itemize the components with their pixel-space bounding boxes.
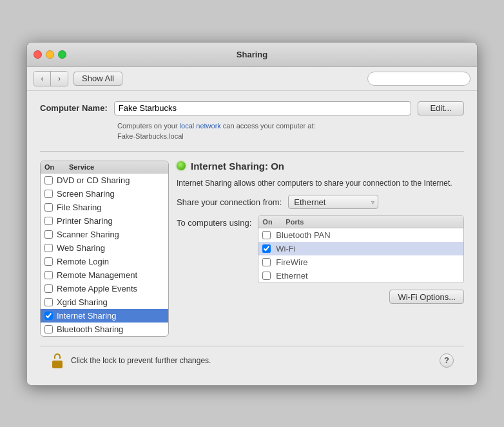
service-label: File Sharing <box>57 203 101 212</box>
remote-login-checkbox[interactable] <box>44 257 53 266</box>
ports-table: On Ports Bluetooth PAN Wi-Fi <box>258 215 464 283</box>
to-computers-row: To computers using: On Ports Bluetooth P… <box>177 215 464 283</box>
share-from-label: Share your connection from: <box>177 197 282 207</box>
list-item[interactable]: Web Sharing <box>41 241 168 255</box>
port-label: Wi-Fi <box>276 244 295 253</box>
toolbar: ‹ › Show All <box>27 67 477 91</box>
service-label: Printer Sharing <box>57 216 113 226</box>
service-label: Web Sharing <box>57 243 105 253</box>
remote-apple-checkbox[interactable] <box>44 284 53 293</box>
list-item[interactable]: Screen Sharing <box>41 187 168 201</box>
service-label: Internet Sharing <box>57 311 117 321</box>
minimize-button[interactable] <box>46 50 54 59</box>
detail-panel: Internet Sharing: On Internet Sharing al… <box>177 161 464 337</box>
list-item[interactable]: File Sharing <box>41 201 168 214</box>
search-input[interactable] <box>367 72 470 86</box>
window-title: Sharing <box>237 50 267 59</box>
back-button[interactable]: ‹ <box>34 72 51 86</box>
list-item[interactable]: Remote Apple Events <box>41 282 168 295</box>
web-sharing-checkbox[interactable] <box>44 244 53 252</box>
bottom-bar: Click the lock to prevent further change… <box>40 346 464 375</box>
printer-sharing-checkbox[interactable] <box>44 217 53 225</box>
firewire-checkbox[interactable] <box>262 258 271 266</box>
status-dot-on <box>177 161 186 170</box>
list-item[interactable]: FireWire <box>258 255 463 269</box>
remote-mgmt-checkbox[interactable] <box>44 271 53 279</box>
dvd-sharing-checkbox[interactable] <box>44 176 53 184</box>
list-item[interactable]: Remote Management <box>41 268 168 282</box>
share-from-dropdown-wrapper: Ethernet ▿ <box>288 195 378 209</box>
list-item[interactable]: DVD or CD Sharing <box>41 174 168 187</box>
service-label: DVD or CD Sharing <box>57 175 130 185</box>
maximize-button[interactable] <box>58 50 66 59</box>
wifi-checkbox[interactable] <box>262 244 271 253</box>
help-button[interactable]: ? <box>440 353 454 368</box>
list-item[interactable]: Printer Sharing <box>41 214 168 228</box>
services-col-on: On <box>44 163 63 171</box>
screen-sharing-checkbox[interactable] <box>44 190 53 198</box>
bluetooth-sharing-checkbox[interactable] <box>44 325 53 333</box>
forward-button[interactable]: › <box>51 72 68 86</box>
file-sharing-checkbox[interactable] <box>44 203 53 212</box>
search-wrapper <box>367 72 470 86</box>
share-from-dropdown[interactable]: Ethernet <box>288 195 378 209</box>
computer-name-input[interactable] <box>114 101 411 115</box>
share-from-row: Share your connection from: Ethernet ▿ <box>177 195 464 209</box>
show-all-button[interactable]: Show All <box>73 72 122 86</box>
list-item[interactable]: Ethernet <box>258 269 463 283</box>
list-item[interactable]: Xgrid Sharing <box>41 295 168 309</box>
detail-header: Internet Sharing: On <box>177 161 464 172</box>
computer-name-label: Computer Name: <box>40 103 108 113</box>
lock-text: Click the lock to prevent further change… <box>71 356 211 365</box>
local-network-link[interactable]: local network <box>180 122 221 130</box>
bluetooth-pan-checkbox[interactable] <box>262 231 271 239</box>
lock-icon[interactable] <box>50 353 64 368</box>
service-label: Remote Apple Events <box>57 284 137 293</box>
list-item[interactable]: Bluetooth Sharing <box>41 323 168 336</box>
ports-col-on: On <box>262 218 280 226</box>
service-label: Remote Login <box>57 257 109 266</box>
ethernet-port-checkbox[interactable] <box>262 272 271 280</box>
wifi-options-row: Wi-Fi Options... <box>177 290 464 304</box>
list-item[interactable]: Wi-Fi <box>258 242 463 255</box>
list-item[interactable]: Bluetooth PAN <box>258 228 463 242</box>
detail-desc2: Internet. <box>424 179 452 188</box>
detail-desc1: Internet Sharing allows other computers … <box>177 179 422 188</box>
xgrid-sharing-checkbox[interactable] <box>44 298 53 306</box>
list-item[interactable]: Remote Login <box>41 255 168 268</box>
internet-sharing-checkbox[interactable] <box>44 312 53 320</box>
ports-header: On Ports <box>258 216 463 228</box>
lock-body <box>52 361 63 368</box>
ports-col-ports: Ports <box>286 218 460 226</box>
wifi-options-button[interactable]: Wi-Fi Options... <box>389 290 464 304</box>
service-label: Screen Sharing <box>57 189 115 199</box>
service-label: Remote Management <box>57 270 137 280</box>
list-item[interactable]: Scanner Sharing <box>41 228 168 241</box>
edit-button[interactable]: Edit... <box>418 101 464 115</box>
services-col-service: Service <box>69 163 164 171</box>
traffic-lights <box>34 50 66 59</box>
close-button[interactable] <box>34 50 42 59</box>
detail-status-label: Internet Sharing: On <box>191 161 284 172</box>
computer-name-row: Computer Name: Edit... <box>40 101 464 115</box>
service-label: Bluetooth Sharing <box>57 324 123 334</box>
detail-description: Internet Sharing allows other computers … <box>177 178 464 189</box>
port-label: FireWire <box>276 257 307 267</box>
nav-buttons: ‹ › <box>34 71 68 86</box>
access-info-text1: Computers on your local network can acce… <box>117 122 316 130</box>
main-content: Computer Name: Edit... Computers on your… <box>27 91 477 385</box>
access-info-text2: Fake-Starbucks.local <box>117 132 184 140</box>
main-panel: On Service DVD or CD Sharing Screen Shar… <box>40 151 464 337</box>
access-info: Computers on your local network can acce… <box>117 121 464 142</box>
port-label: Ethernet <box>276 271 307 281</box>
titlebar: Sharing <box>27 43 477 67</box>
services-header: On Service <box>41 161 168 174</box>
lock-shackle <box>54 353 61 359</box>
to-computers-label: To computers using: <box>177 215 251 228</box>
services-list: On Service DVD or CD Sharing Screen Shar… <box>40 161 169 337</box>
list-item[interactable]: Internet Sharing <box>41 309 168 323</box>
service-label: Xgrid Sharing <box>57 297 108 307</box>
scanner-sharing-checkbox[interactable] <box>44 230 53 239</box>
sharing-window: Sharing ‹ › Show All Computer Name: Edit… <box>26 42 478 386</box>
service-label: Scanner Sharing <box>57 230 119 239</box>
